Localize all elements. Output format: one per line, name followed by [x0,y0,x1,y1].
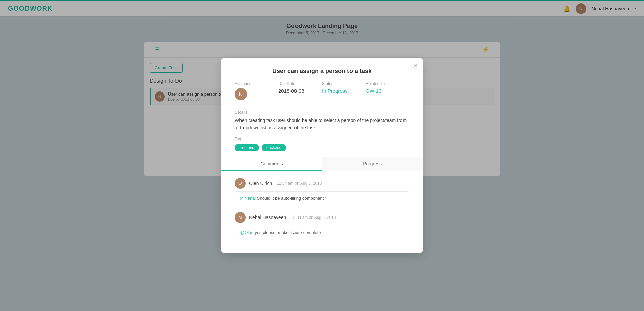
tab-comments[interactable]: Comments [221,157,322,171]
comments-section: O Olen Ulrich 12:34 am on Aug 3, 2018 @N… [221,171,423,253]
related-to-link[interactable]: GW-13 [366,88,381,94]
related-to-label: Related To [366,81,409,86]
comment-bubble-1: @Nehal Should it be auto-filling compone… [235,191,409,205]
comment-item-1: O Olen Ulrich 12:34 am on Aug 3, 2018 @N… [235,178,409,205]
tab-progress[interactable]: Progress [322,157,423,171]
modal: × User can assign a person to a task Ass… [221,58,423,253]
tag-backend[interactable]: backend [262,144,286,151]
tag-frontend[interactable]: frontend [235,144,259,151]
modal-close-button[interactable]: × [414,62,417,68]
comment-time-2: 12:34 am on Aug 3, 2018 [291,215,336,220]
modal-title: User can assign a person to a task [221,58,423,81]
comment-time-1: 12:34 am on Aug 3, 2018 [277,181,322,186]
comment-text-1: Should it be auto-filling component? [257,196,326,201]
meta-status: Status In Progress [322,81,366,100]
modal-tabs: Comments Progress [221,157,423,171]
assignee-avatar: N [235,88,247,100]
comment-header-1: O Olen Ulrich 12:34 am on Aug 3, 2018 [235,178,409,189]
comment-text-2: yes please, make it auto-complete [255,230,321,235]
modal-tags: Tags frontend backend [221,137,423,157]
meta-assignee: Assignee N [235,81,278,100]
tags-label: Tags [235,137,409,141]
meta-due-date: Due Date 2018-08-08 [278,81,322,100]
modal-meta: Assignee N Due Date 2018-08-08 Status In… [221,81,423,106]
details-label: Details [235,110,409,115]
comment-avatar-1: O [235,178,246,189]
mention-1: @Nehal [240,196,256,201]
comment-header-2: N Nehal Hasnayeen 12:34 am on Aug 3, 201… [235,212,409,223]
tags-list: frontend backend [235,144,409,151]
due-date-label: Due Date [278,81,322,86]
status-value: In Progress [322,88,366,94]
assignee-label: Assignee [235,81,278,86]
comment-author-2: Nehal Hasnayeen [249,215,286,220]
comment-item-2: N Nehal Hasnayeen 12:34 am on Aug 3, 201… [235,212,409,240]
overlay: × User can assign a person to a task Ass… [0,0,644,311]
comment-author-1: Olen Ulrich [249,181,272,186]
modal-details: Details When creating task user should b… [221,110,423,137]
comment-bubble-2: @Olan yes please, make it auto-complete [235,226,409,240]
mention-2: @Olan [240,230,254,235]
due-date-value: 2018-08-08 [278,88,322,94]
status-label: Status [322,81,366,86]
details-text: When creating task user should be able t… [235,117,409,132]
meta-related-to: Related To GW-13 [366,81,409,100]
comment-avatar-2: N [235,212,246,223]
divider [221,106,423,106]
